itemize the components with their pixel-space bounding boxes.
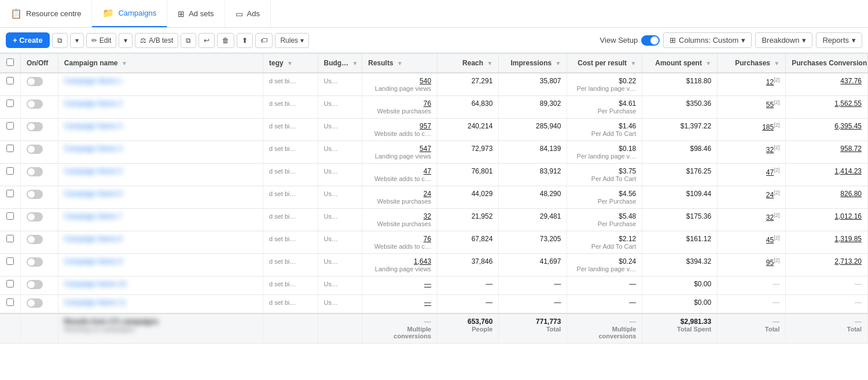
row-checkbox[interactable] xyxy=(6,77,14,84)
row-campaign-name[interactable]: Campaign Name 11 xyxy=(58,295,263,314)
row-pcv: 1,414.23 xyxy=(786,164,868,186)
on-off-toggle[interactable] xyxy=(27,257,43,267)
sort-icon: ▼ xyxy=(705,60,711,67)
on-off-toggle[interactable] xyxy=(27,77,43,86)
amount-spent-header[interactable]: Amount spent ▼ xyxy=(642,54,718,73)
row-checkbox[interactable] xyxy=(6,257,14,265)
row-campaign-name[interactable]: Campaign Name 7 xyxy=(58,209,263,231)
edit-button[interactable]: ✏ Edit xyxy=(86,33,117,48)
row-onoff[interactable] xyxy=(20,209,58,231)
more-button[interactable]: ▾ xyxy=(70,33,84,48)
row-onoff[interactable] xyxy=(20,73,58,96)
row-strategy: d set bi… xyxy=(263,119,318,141)
row-purchases: 55[2] xyxy=(718,96,786,119)
on-off-toggle[interactable] xyxy=(27,298,43,308)
row-campaign-name[interactable]: Campaign Name 9 xyxy=(58,254,263,276)
select-all-checkbox[interactable] xyxy=(6,58,14,66)
row-campaign-name[interactable]: Campaign Name 5 xyxy=(58,164,263,186)
row-impressions: 48,290 xyxy=(499,186,567,209)
row-campaign-name[interactable]: Campaign Name 1 xyxy=(58,73,263,96)
row-pcv: — xyxy=(786,295,868,314)
export-icon: ⬆ xyxy=(242,36,248,45)
rules-button[interactable]: Rules ▾ xyxy=(275,33,309,48)
on-off-toggle[interactable] xyxy=(27,99,43,109)
row-checkbox[interactable] xyxy=(6,167,14,175)
edit-more-button[interactable]: ▾ xyxy=(119,33,133,48)
row-checkbox[interactable] xyxy=(6,99,14,107)
row-campaign-name[interactable]: Campaign Name 3 xyxy=(58,119,263,141)
select-all-header[interactable] xyxy=(0,54,20,73)
row-campaign-name[interactable]: Campaign Name 8 xyxy=(58,231,263,254)
results-header[interactable]: Results ▼ xyxy=(362,54,437,73)
delete-button[interactable]: 🗑 xyxy=(217,33,234,48)
row-checkbox[interactable] xyxy=(6,145,14,152)
on-off-toggle[interactable] xyxy=(27,212,43,222)
row-onoff[interactable] xyxy=(20,254,58,276)
undo-button[interactable]: ↩ xyxy=(198,33,215,48)
nav-resource-centre[interactable]: 📋 Resource centre xyxy=(0,0,92,27)
footer-amount: $2,981.33 Total Spent xyxy=(642,313,718,344)
row-onoff[interactable] xyxy=(20,186,58,209)
row-cost: $1.46 Per Add To Cart xyxy=(567,119,642,141)
row-checkbox[interactable] xyxy=(6,298,14,306)
row-results: 547 Landing page views xyxy=(362,141,437,164)
row-pcv: 958.72 xyxy=(786,141,868,164)
footer-purchases: — Total xyxy=(718,313,786,344)
row-checkbox[interactable] xyxy=(6,212,14,220)
on-off-toggle[interactable] xyxy=(27,190,43,199)
row-impressions: 73,205 xyxy=(499,231,567,254)
row-pcv: 826.80 xyxy=(786,186,868,209)
on-off-toggle[interactable] xyxy=(27,145,43,154)
row-onoff[interactable] xyxy=(20,231,58,254)
tag-button[interactable]: 🏷 xyxy=(255,33,273,48)
export-button[interactable]: ⬆ xyxy=(237,33,253,48)
reach-header[interactable]: Reach ▼ xyxy=(437,54,499,73)
campaign-name-header[interactable]: Campaign name ▼ xyxy=(58,54,263,73)
on-off-toggle[interactable] xyxy=(27,280,43,289)
duplicate-button[interactable]: ⧉ xyxy=(52,33,68,48)
row-budget: Us… xyxy=(318,186,362,209)
row-onoff[interactable] xyxy=(20,164,58,186)
row-checkbox[interactable] xyxy=(6,122,14,130)
table-row: Campaign Name 7 d set bi… Us… 32 Website… xyxy=(0,209,868,231)
reports-button[interactable]: Reports ▾ xyxy=(816,32,862,48)
row-onoff[interactable] xyxy=(20,295,58,314)
purchases-header[interactable]: Purchases ▼ xyxy=(718,54,786,73)
row-campaign-name[interactable]: Campaign Name 10 xyxy=(58,276,263,295)
row-checkbox[interactable] xyxy=(6,280,14,287)
copy-button[interactable]: ⧉ xyxy=(181,33,196,48)
row-pcv: 2,713.20 xyxy=(786,254,868,276)
row-reach: 37,846 xyxy=(437,254,499,276)
impressions-header[interactable]: Impressions ▼ xyxy=(499,54,567,73)
row-onoff[interactable] xyxy=(20,276,58,295)
row-amount-spent: $109.44 xyxy=(642,186,718,209)
row-campaign-name[interactable]: Campaign Name 4 xyxy=(58,141,263,164)
ab-test-button[interactable]: ⚖ A/B test xyxy=(135,33,178,48)
footer-cost: — Multiple conversions xyxy=(567,313,642,344)
row-onoff[interactable] xyxy=(20,141,58,164)
breakdown-button[interactable]: Breakdown ▾ xyxy=(755,32,812,48)
nav-ads[interactable]: ▭ Ads xyxy=(225,0,271,27)
row-onoff[interactable] xyxy=(20,119,58,141)
row-campaign-name[interactable]: Campaign Name 2 xyxy=(58,96,263,119)
onoff-header[interactable]: On/Off xyxy=(20,54,58,73)
budget-header[interactable]: Budg… ▼ xyxy=(318,54,362,73)
nav-campaigns[interactable]: 📁 Campaigns xyxy=(92,0,167,27)
nav-campaigns-label: Campaigns xyxy=(118,9,156,17)
nav-adsets[interactable]: ⊞ Ad sets xyxy=(167,0,225,27)
strategy-header[interactable]: tegy ▼ xyxy=(263,54,318,73)
purchases-conversion-value-header[interactable]: Purchases Conversion Value ▼ xyxy=(786,54,868,73)
table-row: Campaign Name 5 d set bi… Us… 47 Website… xyxy=(0,164,868,186)
on-off-toggle[interactable] xyxy=(27,167,43,176)
row-reach: 21,952 xyxy=(437,209,499,231)
on-off-toggle[interactable] xyxy=(27,122,43,131)
columns-button[interactable]: ⊞ Columns: Custom ▾ xyxy=(663,32,752,48)
row-checkbox[interactable] xyxy=(6,190,14,197)
row-campaign-name[interactable]: Campaign Name 6 xyxy=(58,186,263,209)
on-off-toggle[interactable] xyxy=(27,235,43,244)
row-checkbox[interactable] xyxy=(6,235,14,242)
create-button[interactable]: + Create xyxy=(6,32,50,48)
cost-per-result-header[interactable]: Cost per result ▼ xyxy=(567,54,642,73)
row-onoff[interactable] xyxy=(20,96,58,119)
view-setup-toggle[interactable]: View Setup xyxy=(600,35,660,46)
